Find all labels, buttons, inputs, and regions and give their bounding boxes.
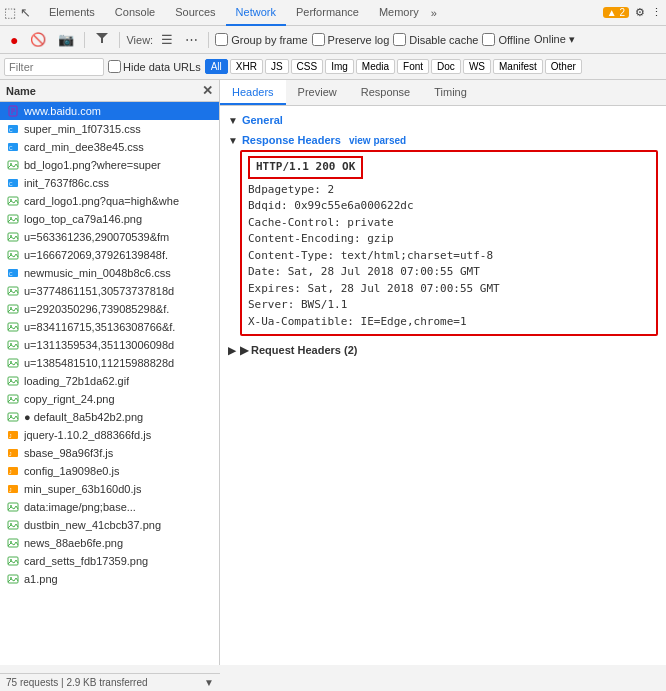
file-name: newmusic_min_0048b8c6.css: [24, 267, 171, 279]
general-arrow: ▼: [228, 115, 238, 126]
file-name: dustbin_new_41cbcb37.png: [24, 519, 161, 531]
response-headers-box: HTTP/1.1 200 OK Bdpagetype: 2Bdqid: 0x99…: [240, 150, 658, 336]
disable-cache-checkbox[interactable]: [393, 33, 406, 46]
filter-type-manifest[interactable]: Manifest: [493, 59, 543, 74]
filter-input[interactable]: [4, 58, 104, 76]
filter-type-js[interactable]: JS: [265, 59, 289, 74]
dock-icon[interactable]: ⬚: [4, 5, 16, 20]
detail-pane: Headers Preview Response Timing ▼ Genera…: [220, 80, 666, 665]
view-parsed-btn[interactable]: view parsed: [349, 135, 406, 146]
list-item[interactable]: Ccard_min_dee38e45.css: [0, 138, 219, 156]
group-by-frame-checkbox[interactable]: [215, 33, 228, 46]
tab-timing[interactable]: Timing: [422, 80, 479, 105]
stop-btn[interactable]: 🚫: [26, 30, 50, 49]
list-item[interactable]: u=563361236,290070539&fm: [0, 228, 219, 246]
svg-text:C: C: [9, 127, 13, 133]
list-item[interactable]: u=1385481510,11215988828d: [0, 354, 219, 372]
filter-type-img[interactable]: Img: [325, 59, 354, 74]
file-icon: [6, 518, 20, 532]
general-header[interactable]: ▼ General: [228, 114, 658, 126]
list-item[interactable]: loading_72b1da62.gif: [0, 372, 219, 390]
list-item[interactable]: data:image/png;base...: [0, 498, 219, 516]
tab-network[interactable]: Network: [226, 0, 286, 26]
list-item[interactable]: copy_rignt_24.png: [0, 390, 219, 408]
tab-elements[interactable]: Elements: [39, 0, 105, 26]
tab-headers[interactable]: Headers: [220, 80, 286, 105]
list-item[interactable]: u=1311359534,35113006098d: [0, 336, 219, 354]
tab-performance[interactable]: Performance: [286, 0, 369, 26]
file-name: u=563361236,290070539&fm: [24, 231, 169, 243]
header-line: Date: Sat, 28 Jul 2018 07:00:55 GMT: [248, 264, 650, 281]
filter-btn[interactable]: [91, 29, 113, 50]
list-item[interactable]: Jjquery-1.10.2_d88366fd.js: [0, 426, 219, 444]
list-item[interactable]: Cnewmusic_min_0048b8c6.css: [0, 264, 219, 282]
list-item[interactable]: u=3774861151,30573737818d: [0, 282, 219, 300]
list-item[interactable]: Jsbase_98a96f3f.js: [0, 444, 219, 462]
file-list-name-header: Name: [6, 85, 36, 97]
tab-preview[interactable]: Preview: [286, 80, 349, 105]
list-item[interactable]: www.baidu.com: [0, 102, 219, 120]
list-item[interactable]: card_logo1.png?qua=high&whe: [0, 192, 219, 210]
inspect-icon[interactable]: ↖: [20, 5, 31, 20]
filter-type-xhr[interactable]: XHR: [230, 59, 263, 74]
file-name: super_min_1f07315.css: [24, 123, 141, 135]
filter-type-other[interactable]: Other: [545, 59, 582, 74]
header-line: Bdqid: 0x99c55e6a000622dc: [248, 198, 650, 215]
detail-tabs: Headers Preview Response Timing: [220, 80, 666, 106]
filter-type-all[interactable]: All: [205, 59, 228, 74]
file-icon: [6, 500, 20, 514]
tab-memory[interactable]: Memory: [369, 0, 429, 26]
list-item[interactable]: Jmin_super_63b160d0.js: [0, 480, 219, 498]
filter-type-css[interactable]: CSS: [291, 59, 324, 74]
list-item[interactable]: bd_logo1.png?where=super: [0, 156, 219, 174]
list-item[interactable]: news_88aeb6fe.png: [0, 534, 219, 552]
filter-type-doc[interactable]: Doc: [431, 59, 461, 74]
list-item[interactable]: u=166672069,37926139848f.: [0, 246, 219, 264]
list-item[interactable]: Cinit_7637f86c.css: [0, 174, 219, 192]
list-item[interactable]: a1.png: [0, 570, 219, 588]
more-menu-icon[interactable]: ⋮: [651, 6, 662, 19]
filter-type-ws[interactable]: WS: [463, 59, 491, 74]
request-headers-section: ▶ ▶ Request Headers (2): [228, 344, 658, 357]
tab-more-btn[interactable]: »: [431, 7, 437, 19]
filter-type-media[interactable]: Media: [356, 59, 395, 74]
file-list[interactable]: www.baidu.comCsuper_min_1f07315.cssCcard…: [0, 102, 219, 665]
scatter-view-btn[interactable]: ⋯: [181, 30, 202, 49]
tab-sources[interactable]: Sources: [165, 0, 225, 26]
header-line: Content-Type: text/html;charset=utf-8: [248, 248, 650, 265]
list-item[interactable]: u=834116715,35136308766&f.: [0, 318, 219, 336]
camera-btn[interactable]: 📷: [54, 30, 78, 49]
file-list-close-btn[interactable]: ✕: [202, 83, 213, 98]
list-item[interactable]: ● default_8a5b42b2.png: [0, 408, 219, 426]
filter-type-font[interactable]: Font: [397, 59, 429, 74]
offline-checkbox[interactable]: [482, 33, 495, 46]
file-name: sbase_98a96f3f.js: [24, 447, 113, 459]
preserve-log-checkbox[interactable]: [312, 33, 325, 46]
file-icon: [6, 572, 20, 586]
header-line: Cache-Control: private: [248, 215, 650, 232]
hide-data-urls-checkbox[interactable]: [108, 60, 121, 73]
header-line: Content-Encoding: gzip: [248, 231, 650, 248]
file-icon: J: [6, 464, 20, 478]
list-view-btn[interactable]: ☰: [157, 30, 177, 49]
record-btn[interactable]: ●: [6, 30, 22, 50]
response-headers-section: ▼ Response Headers view parsed HTTP/1.1 …: [228, 134, 658, 336]
list-item[interactable]: dustbin_new_41cbcb37.png: [0, 516, 219, 534]
list-item[interactable]: Jconfig_1a9098e0.js: [0, 462, 219, 480]
file-icon: [6, 338, 20, 352]
settings-icon[interactable]: ⚙: [635, 6, 645, 19]
response-headers-header[interactable]: ▼ Response Headers view parsed: [228, 134, 658, 146]
response-headers-arrow: ▼: [228, 135, 238, 146]
tab-response[interactable]: Response: [349, 80, 423, 105]
tab-console[interactable]: Console: [105, 0, 165, 26]
list-item[interactable]: Csuper_min_1f07315.css: [0, 120, 219, 138]
header-line: Bdpagetype: 2: [248, 182, 650, 199]
scroll-down-btn[interactable]: ▼: [204, 677, 214, 688]
request-headers-header[interactable]: ▶ ▶ Request Headers (2): [228, 344, 658, 357]
file-name: card_setts_fdb17359.png: [24, 555, 148, 567]
file-name: u=1311359534,35113006098d: [24, 339, 174, 351]
list-item[interactable]: u=2920350296,739085298&f.: [0, 300, 219, 318]
online-btn[interactable]: Online ▾: [534, 33, 575, 46]
list-item[interactable]: logo_top_ca79a146.png: [0, 210, 219, 228]
list-item[interactable]: card_setts_fdb17359.png: [0, 552, 219, 570]
